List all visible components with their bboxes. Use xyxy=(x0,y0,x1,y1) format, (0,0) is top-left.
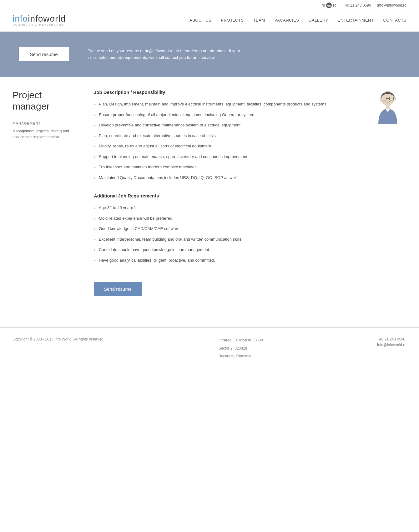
send-resume-hero-button[interactable]: Send resume xyxy=(19,47,69,61)
nav-contacts[interactable]: CONTACTS xyxy=(383,18,406,23)
hero-description: Please send us your resume at hr@infowor… xyxy=(88,48,244,61)
nav-entertainment[interactable]: ENTERTAINMENT xyxy=(338,18,374,23)
logo-text: infoinfoworld xyxy=(13,14,66,24)
logo-highlight: info xyxy=(13,14,28,23)
hero-banner: Send resume Please send us your resume a… xyxy=(0,32,419,77)
logo-tagline: CONNECTING HEALTHCARE xyxy=(13,23,66,26)
job-content: Job Description / Responsibility Plan, D… xyxy=(94,90,356,296)
list-item: Candidate should have good knowledge in … xyxy=(94,247,356,253)
footer-email: Info@infoworld.ro xyxy=(377,343,406,347)
lang-ru-button[interactable]: ru xyxy=(322,3,325,8)
avatar-area xyxy=(369,90,406,296)
site-footer: Copyright © 2000 - 2015 Info World. All … xyxy=(0,327,419,369)
language-switcher[interactable]: ru en ro xyxy=(322,3,336,8)
job-description-title: Job Description / Responsibility xyxy=(94,90,356,95)
list-item: Have good analytical abilities, diligent… xyxy=(94,257,356,263)
copyright-text: Copyright © 2000 - 2015 Info World. All … xyxy=(13,337,104,341)
list-item: Age 32 to 40 year(s) xyxy=(94,205,356,211)
sidebar-section-text: Management projects, testing and applica… xyxy=(13,128,81,140)
site-header: infoinfoworld CONNECTING HEALTHCARE ABOU… xyxy=(0,11,419,32)
footer-address-1: Intrarea Glucozei nr. 37-39 xyxy=(219,337,263,344)
footer-address-2: Sector 2, 023828 xyxy=(219,345,263,352)
list-item: Plan, Design, implement, maintain and im… xyxy=(94,101,356,107)
svg-point-7 xyxy=(394,97,396,100)
list-item: Develop preventive and corrective mainte… xyxy=(94,122,356,128)
list-item: Plan, coordinate and execute alternative… xyxy=(94,133,356,139)
job-requirements-title: Additional Job Requirements xyxy=(94,193,356,198)
list-item: Excellent interpersonal, team building a… xyxy=(94,236,356,243)
header-email: info@infoworld.ro xyxy=(377,3,406,8)
lang-ro-button[interactable]: ro xyxy=(333,3,336,8)
footer-address-col: Intrarea Glucozei nr. 37-39 Sector 2, 02… xyxy=(219,337,263,360)
job-description-list: Plan, Design, implement, maintain and im… xyxy=(94,101,356,181)
list-item: Support in planning on maintenance, spar… xyxy=(94,154,356,160)
svg-point-6 xyxy=(380,97,382,100)
job-requirements-list: Age 32 to 40 year(s) Mold related experi… xyxy=(94,205,356,263)
avatar-icon xyxy=(374,90,402,124)
svg-rect-8 xyxy=(386,105,390,109)
lang-en-button[interactable]: en xyxy=(326,3,332,8)
sidebar: Project manager MANAGEMENT Management pr… xyxy=(13,90,81,296)
send-resume-bottom-button[interactable]: Send resume xyxy=(94,282,142,296)
footer-address-3: Bucuresti, Romania xyxy=(219,353,263,360)
list-item: Maintained Quality Documentations includ… xyxy=(94,175,356,181)
nav-about-us[interactable]: ABOUT US xyxy=(189,18,211,23)
page-title: Project manager xyxy=(13,90,81,112)
list-item: Ensure proper functioning of all major e… xyxy=(94,112,356,118)
nav-team[interactable]: TEAM xyxy=(253,18,265,23)
footer-contact-col: +40 21 243 0590 Info@infoworld.ro xyxy=(377,337,406,347)
list-item: Mold related experience will be preferre… xyxy=(94,215,356,222)
nav-gallery[interactable]: GALLERY xyxy=(308,18,328,23)
logo: infoinfoworld CONNECTING HEALTHCARE xyxy=(13,14,66,26)
nav-projects[interactable]: PROJECTS xyxy=(221,18,244,23)
sidebar-section-title: MANAGEMENT xyxy=(13,121,81,125)
list-item: Troubleshoot and maintain modern complex… xyxy=(94,164,356,170)
footer-copyright-col: Copyright © 2000 - 2015 Info World. All … xyxy=(13,337,104,341)
list-item: Good knowledge in CAD/CAM/CAE software xyxy=(94,226,356,232)
main-content: Project manager MANAGEMENT Management pr… xyxy=(0,77,419,309)
footer-phone: +40 21 243 0590 xyxy=(377,337,406,341)
header-phone: +40 21 243 0590 xyxy=(343,3,371,8)
main-nav: ABOUT US PROJECTS TEAM VACANCIES GALLERY… xyxy=(189,18,406,23)
top-bar: ru en ro +40 21 243 0590 info@infoworld.… xyxy=(0,0,419,11)
nav-vacancies[interactable]: VACANCIES xyxy=(275,18,299,23)
list-item: Modify, repair, re-fix and adjust all so… xyxy=(94,143,356,149)
